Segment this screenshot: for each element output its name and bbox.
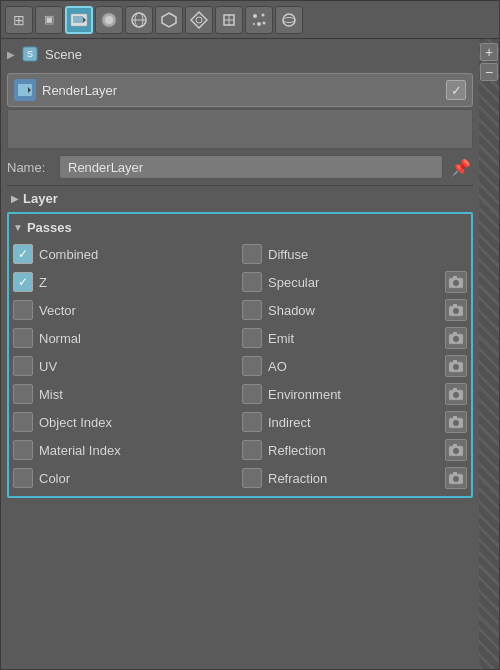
- svg-point-44: [453, 476, 459, 482]
- spacer-block: [7, 109, 473, 149]
- svg-point-32: [453, 364, 459, 370]
- grid-icon[interactable]: ⊞: [5, 6, 33, 34]
- list-item: Reflection: [240, 436, 469, 464]
- passes-label: Passes: [27, 220, 72, 235]
- diffuse-label: Diffuse: [268, 247, 308, 262]
- svg-rect-24: [453, 276, 457, 279]
- svg-rect-39: [453, 416, 457, 419]
- emit-camera-icon[interactable]: [445, 327, 467, 349]
- svg-point-16: [283, 14, 295, 26]
- material-index-checkbox[interactable]: [13, 440, 33, 460]
- reflection-label: Reflection: [268, 443, 326, 458]
- uv-label: UV: [39, 359, 57, 374]
- name-label: Name:: [7, 160, 53, 175]
- svg-point-14: [253, 23, 255, 25]
- list-item: Refraction: [240, 464, 469, 492]
- list-item: AO: [240, 352, 469, 380]
- render-icon[interactable]: [95, 6, 123, 34]
- list-item: UV: [11, 352, 240, 380]
- indirect-camera-icon[interactable]: [445, 411, 467, 433]
- svg-point-15: [263, 21, 266, 24]
- object-icon[interactable]: ▣: [35, 6, 63, 34]
- arrow-icon: ▶: [7, 49, 15, 60]
- indirect-checkbox[interactable]: [242, 412, 262, 432]
- list-item: Normal: [11, 324, 240, 352]
- particles-icon[interactable]: [245, 6, 273, 34]
- right-stripe: [479, 39, 499, 669]
- svg-rect-42: [453, 444, 457, 447]
- passes-triangle: ▼: [13, 222, 23, 233]
- environment-camera-icon[interactable]: [445, 383, 467, 405]
- plus-button[interactable]: +: [480, 43, 498, 61]
- refraction-checkbox[interactable]: [242, 468, 262, 488]
- emit-checkbox[interactable]: [242, 328, 262, 348]
- color-checkbox[interactable]: [13, 468, 33, 488]
- object-index-checkbox[interactable]: [13, 412, 33, 432]
- scene-icon: S: [21, 45, 39, 63]
- shadow-camera-icon[interactable]: [445, 299, 467, 321]
- physics-icon[interactable]: [275, 6, 303, 34]
- ao-checkbox[interactable]: [242, 356, 262, 376]
- list-item: Specular: [240, 268, 469, 296]
- emit-label: Emit: [268, 331, 294, 346]
- svg-rect-30: [453, 332, 457, 335]
- specular-camera-icon[interactable]: [445, 271, 467, 293]
- svg-point-35: [453, 392, 459, 398]
- normal-checkbox[interactable]: [13, 328, 33, 348]
- renderlayer-check[interactable]: ✓: [446, 80, 466, 100]
- ao-camera-icon[interactable]: [445, 355, 467, 377]
- material-index-label: Material Index: [39, 443, 121, 458]
- layer-label: Layer: [23, 191, 58, 206]
- svg-point-11: [253, 14, 257, 18]
- specular-checkbox[interactable]: [242, 272, 262, 292]
- list-item: ✓ Z: [11, 268, 240, 296]
- uv-checkbox[interactable]: [13, 356, 33, 376]
- svg-rect-33: [453, 360, 457, 363]
- list-item: Indirect: [240, 408, 469, 436]
- vector-label: Vector: [39, 303, 76, 318]
- svg-point-29: [453, 336, 459, 342]
- list-item: Material Index: [11, 436, 240, 464]
- minus-button[interactable]: −: [480, 63, 498, 81]
- svg-point-26: [453, 308, 459, 314]
- renderlayer-row[interactable]: RenderLayer ✓: [7, 73, 473, 107]
- svg-point-41: [453, 448, 459, 454]
- reflection-camera-icon[interactable]: [445, 439, 467, 461]
- diffuse-checkbox[interactable]: [242, 244, 262, 264]
- color-label: Color: [39, 471, 70, 486]
- passes-section: ▼ Passes ✓ Combined Diffuse: [7, 212, 473, 498]
- refraction-camera-icon[interactable]: [445, 467, 467, 489]
- reflection-checkbox[interactable]: [242, 440, 262, 460]
- list-item: Environment: [240, 380, 469, 408]
- mist-checkbox[interactable]: [13, 384, 33, 404]
- z-checkbox[interactable]: ✓: [13, 272, 33, 292]
- svg-text:S: S: [27, 49, 33, 59]
- passes-section-header[interactable]: ▼ Passes: [9, 214, 471, 240]
- name-input[interactable]: [59, 155, 443, 179]
- list-item: Object Index: [11, 408, 240, 436]
- mist-label: Mist: [39, 387, 63, 402]
- vector-checkbox[interactable]: [13, 300, 33, 320]
- pin-icon[interactable]: 📌: [449, 155, 473, 179]
- list-item: ✓ Combined: [11, 240, 240, 268]
- combined-checkbox[interactable]: ✓: [13, 244, 33, 264]
- svg-marker-8: [162, 13, 176, 27]
- scene-header: ▶ S Scene: [1, 39, 479, 69]
- svg-point-10: [196, 17, 202, 23]
- list-item: Vector: [11, 296, 240, 324]
- toolbar: ⊞ ▣: [1, 1, 499, 39]
- renderlayer-tab-icon[interactable]: [65, 6, 93, 34]
- list-item: Shadow: [240, 296, 469, 324]
- list-item: Emit: [240, 324, 469, 352]
- constraint-icon[interactable]: [185, 6, 213, 34]
- shadow-checkbox[interactable]: [242, 300, 262, 320]
- svg-point-12: [262, 13, 265, 16]
- svg-rect-45: [453, 472, 457, 475]
- list-item: Color: [11, 464, 240, 492]
- world-icon[interactable]: [125, 6, 153, 34]
- object2-icon[interactable]: [155, 6, 183, 34]
- layer-section-header[interactable]: ▶ Layer: [7, 185, 473, 211]
- modifier-icon[interactable]: [215, 6, 243, 34]
- svg-point-38: [453, 420, 459, 426]
- environment-checkbox[interactable]: [242, 384, 262, 404]
